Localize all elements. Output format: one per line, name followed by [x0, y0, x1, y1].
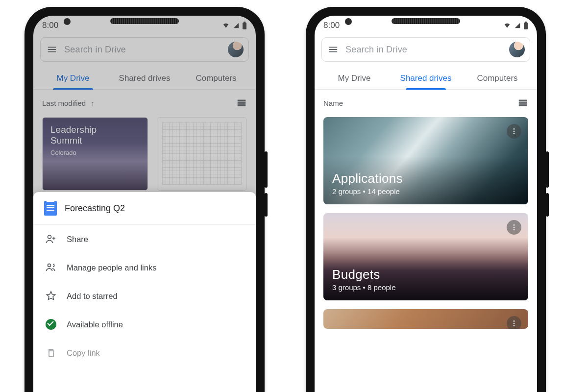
svg-point-12	[514, 325, 515, 326]
sort-label: Last modified	[42, 99, 86, 107]
people-icon	[45, 262, 57, 273]
tabs-bar: My Drive Shared drives Computers	[315, 69, 537, 90]
sheet-header: Forecasting Q2	[33, 192, 256, 224]
phone-screen-right: 8:00 Search in Drive My Drive Shared dri…	[315, 16, 537, 392]
view-toggle-icon[interactable]	[236, 98, 247, 108]
drive-card-name: Applications	[332, 171, 519, 186]
sheet-item-label: Copy link	[67, 348, 100, 358]
tab-shared-drives[interactable]: Shared drives	[109, 69, 180, 89]
sort-row: Last modified ↑	[33, 90, 256, 117]
card-overflow-button[interactable]	[507, 316, 521, 329]
svg-rect-1	[244, 22, 245, 23]
sort-arrow-up-icon: ↑	[91, 99, 95, 107]
status-time: 8:00	[42, 21, 58, 30]
svg-rect-2	[524, 23, 528, 29]
svg-point-5	[514, 131, 515, 132]
person-add-icon	[45, 233, 57, 245]
sheet-item-label: Add to starred	[67, 292, 118, 301]
sort-control[interactable]: Name	[323, 99, 343, 107]
svg-point-9	[514, 229, 515, 230]
search-placeholder: Search in Drive	[345, 45, 509, 55]
sheet-file-title: Forecasting Q2	[65, 203, 125, 214]
svg-point-4	[514, 128, 515, 130]
sheet-item-manage-people[interactable]: Manage people and links	[33, 253, 256, 282]
card-overflow-button[interactable]	[507, 124, 521, 139]
drive-card-subtitle: 3 groups • 8 people	[332, 283, 519, 292]
sheet-item-copy-link[interactable]: Copy link	[33, 339, 256, 367]
view-toggle-icon[interactable]	[517, 98, 528, 108]
star-outline-icon	[45, 290, 57, 302]
cellular-icon	[232, 22, 240, 29]
sort-label: Name	[323, 99, 343, 107]
sheet-item-available-offline[interactable]: Available offline	[33, 310, 256, 339]
file-action-sheet: Forecasting Q2 Share Manage people and l…	[33, 192, 256, 392]
svg-rect-0	[243, 23, 246, 29]
svg-point-10	[514, 320, 515, 322]
phone-screen-left: 8:00 Search in Drive My Drive Shared dri…	[33, 16, 256, 392]
shared-drive-card-partial[interactable]	[323, 309, 528, 329]
offline-icon	[45, 318, 57, 330]
tab-my-drive[interactable]: My Drive	[318, 69, 390, 89]
cellular-icon	[514, 22, 521, 29]
tab-shared-drives[interactable]: Shared drives	[390, 69, 462, 89]
tab-computers[interactable]: Computers	[180, 69, 252, 89]
svg-point-11	[514, 323, 515, 324]
tab-my-drive[interactable]: My Drive	[37, 69, 109, 89]
google-docs-icon	[44, 201, 57, 216]
sheet-item-label: Share	[67, 235, 88, 244]
shared-drives-list: Applications 2 groups • 14 people Budget…	[315, 117, 537, 329]
sheet-item-share[interactable]: Share	[33, 225, 256, 253]
sheet-item-label: Manage people and links	[67, 263, 156, 272]
menu-icon[interactable]	[328, 44, 339, 55]
menu-icon[interactable]	[47, 44, 57, 55]
svg-point-8	[514, 227, 515, 228]
drive-card-subtitle: 2 groups • 14 people	[332, 187, 519, 196]
search-bar[interactable]: Search in Drive	[321, 37, 530, 62]
tab-computers[interactable]: Computers	[462, 69, 533, 89]
phone-mock-left: 8:00 Search in Drive My Drive Shared dri…	[24, 7, 265, 392]
profile-avatar[interactable]	[228, 42, 244, 57]
battery-icon	[523, 22, 528, 29]
file-card-leadership-summit[interactable]: Leadership Summit Colorado	[42, 117, 148, 191]
file-card-title: Leadership Summit	[50, 124, 140, 146]
status-time: 8:00	[323, 21, 340, 30]
search-placeholder: Search in Drive	[64, 45, 228, 55]
battery-icon	[242, 22, 247, 29]
drive-card-name: Budgets	[332, 267, 519, 282]
search-bar[interactable]: Search in Drive	[40, 37, 249, 62]
tabs-bar: My Drive Shared drives Computers	[33, 69, 256, 90]
svg-point-7	[514, 224, 515, 226]
sort-row: Name	[315, 90, 537, 117]
file-card-subtitle: Colorado	[50, 149, 140, 156]
wifi-icon	[221, 22, 230, 29]
shared-drive-card-applications[interactable]: Applications 2 groups • 14 people	[323, 117, 528, 204]
copy-link-icon	[45, 347, 57, 359]
file-card-spreadsheet[interactable]	[157, 117, 247, 191]
profile-avatar[interactable]	[509, 42, 525, 57]
file-grid: Leadership Summit Colorado	[33, 117, 256, 191]
phone-mock-right: 8:00 Search in Drive My Drive Shared dri…	[306, 7, 546, 392]
wifi-icon	[503, 22, 512, 29]
svg-rect-3	[525, 22, 527, 23]
svg-point-6	[514, 133, 515, 134]
shared-drive-card-budgets[interactable]: Budgets 3 groups • 8 people	[323, 213, 528, 300]
sheet-item-add-to-starred[interactable]: Add to starred	[33, 282, 256, 310]
sheet-item-label: Available offline	[67, 320, 123, 329]
card-overflow-button[interactable]	[507, 220, 521, 235]
sort-control[interactable]: Last modified ↑	[42, 99, 95, 107]
